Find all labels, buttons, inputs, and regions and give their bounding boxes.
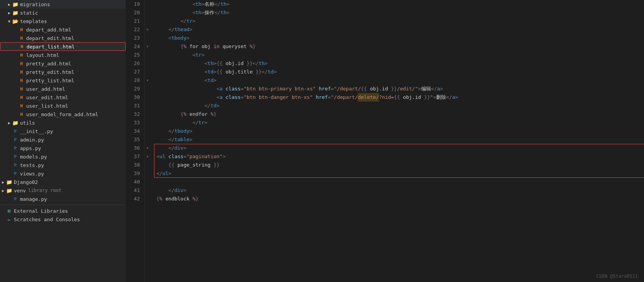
fold-marker-29[interactable] bbox=[145, 85, 150, 93]
sidebar-item-manage-py[interactable]: ▶ P manage.py bbox=[0, 195, 126, 203]
code-line-36[interactable]: </div> bbox=[156, 144, 644, 152]
fold-marker-41[interactable] bbox=[145, 186, 150, 195]
fold-marker-25[interactable] bbox=[145, 51, 150, 59]
fold-marker-35[interactable] bbox=[145, 135, 150, 144]
code-line-24[interactable]: {% for obj in queryset %} bbox=[156, 42, 644, 51]
code-line-38[interactable]: {{ page_string }} bbox=[156, 161, 644, 169]
py-file-icon: P bbox=[12, 137, 18, 143]
sidebar-item-admin-py[interactable]: ▶ P admin.py bbox=[0, 135, 126, 144]
sidebar-item-apps-py[interactable]: ▶ P apps.py bbox=[0, 144, 126, 152]
fold-marker-38[interactable] bbox=[145, 161, 150, 169]
fold-marker-27[interactable] bbox=[145, 68, 150, 76]
sidebar-item-views-py[interactable]: ▶ P views.py bbox=[0, 169, 126, 178]
sidebar-item-depart-add[interactable]: ▶ H depart_add.html bbox=[0, 25, 126, 34]
fold-marker-37[interactable]: ▼ bbox=[145, 152, 150, 161]
fold-marker-21[interactable] bbox=[145, 17, 150, 25]
sidebar-item-depart-edit[interactable]: ▶ H depart_edit.html bbox=[0, 34, 126, 42]
code-text: </ bbox=[168, 25, 174, 34]
code-text: > bbox=[168, 169, 171, 178]
code-text: </ bbox=[204, 102, 211, 110]
fold-marker-26[interactable] bbox=[145, 59, 150, 68]
sidebar-item-templates[interactable]: ▼ 📂 templates bbox=[0, 17, 126, 25]
sidebar-item-user-model-form-add[interactable]: ▶ H user_model_form_add.html bbox=[0, 110, 126, 118]
fold-marker-33[interactable] bbox=[145, 118, 150, 127]
sidebar-item-depart-list[interactable]: ▶ H depart_list.html bbox=[0, 42, 126, 51]
code-line-31[interactable]: </td> bbox=[156, 102, 644, 110]
code-text: 删除 bbox=[436, 93, 446, 102]
code-text: > bbox=[222, 152, 226, 161]
arrow-icon: ▶ bbox=[6, 120, 12, 126]
sidebar-item-user-list[interactable]: ▶ H user_list.html bbox=[0, 102, 126, 110]
fold-marker-30[interactable] bbox=[145, 93, 150, 102]
code-line-42[interactable]: {% endblock %} bbox=[156, 195, 644, 203]
arrow-icon: ▶ bbox=[6, 1, 12, 7]
code-text: > bbox=[189, 135, 193, 144]
code-line-28[interactable]: <td> bbox=[156, 76, 644, 85]
code-line-39[interactable]: </ul> bbox=[156, 169, 644, 178]
sidebar-item-pretty-list[interactable]: ▶ H pretty_list.html bbox=[0, 76, 126, 85]
sidebar-item-external-libraries[interactable]: ▶ ⊞ External Libraries bbox=[0, 207, 126, 215]
fold-marker-34[interactable] bbox=[145, 127, 150, 135]
code-text: </ bbox=[181, 17, 187, 25]
code-line-40[interactable] bbox=[156, 178, 644, 186]
code-line-33[interactable]: </tr> bbox=[156, 118, 644, 127]
sidebar-item-models-py[interactable]: ▶ P models.py bbox=[0, 152, 126, 161]
sidebar-item-user-edit[interactable]: ▶ H user_edit.html bbox=[0, 93, 126, 102]
code-line-35[interactable]: </table> bbox=[156, 135, 644, 144]
code-line-26[interactable]: <th>{{ obj.id }}</th> bbox=[156, 59, 644, 68]
code-text: th bbox=[259, 59, 265, 68]
fold-marker-32[interactable] bbox=[145, 110, 150, 118]
code-text bbox=[156, 59, 204, 68]
sidebar-item-venv[interactable]: ▶ 📁 venv library root bbox=[0, 186, 126, 195]
sidebar-item-utils[interactable]: ▶ 📁 utils bbox=[0, 118, 126, 127]
code-line-37[interactable]: <ul class="pagination"> bbox=[156, 152, 644, 161]
sidebar-item-static[interactable]: ▶ 📁 static bbox=[0, 8, 126, 17]
code-line-23[interactable]: <tbody> bbox=[156, 34, 644, 42]
sidebar-item-label: models.py bbox=[20, 154, 47, 160]
fold-marker-39[interactable] bbox=[145, 169, 150, 178]
sidebar-item-django02[interactable]: ▶ 📁 Django02 bbox=[0, 178, 126, 186]
code-line-32[interactable]: {% endfor %} bbox=[156, 110, 644, 118]
fold-marker-28[interactable]: ▼ bbox=[145, 76, 150, 85]
fold-marker-36[interactable]: ▼ bbox=[145, 144, 150, 152]
code-text: }} bbox=[391, 85, 397, 93]
fold-marker-22[interactable]: ▼ bbox=[145, 25, 150, 34]
sidebar-item-pretty-add[interactable]: ▶ H pretty_add.html bbox=[0, 59, 126, 68]
fold-marker-31[interactable] bbox=[145, 102, 150, 110]
code-line-25[interactable]: <tr> bbox=[156, 51, 644, 59]
sidebar-item-scratches[interactable]: ▶ ✏ Scratches and Consoles bbox=[0, 215, 126, 224]
code-text: th bbox=[221, 8, 227, 17]
code-line-27[interactable]: <td>{{ obj.title }}</td> bbox=[156, 68, 644, 76]
fold-marker-24[interactable]: ▼ bbox=[145, 42, 150, 51]
line-num-25: 25 bbox=[126, 51, 140, 59]
fold-marker-42[interactable] bbox=[145, 195, 150, 203]
code-area[interactable]: <th>名称</th> <th>操作</th> </tr> </thead> <… bbox=[150, 0, 644, 282]
code-text: page_string bbox=[174, 161, 214, 169]
sidebar-item-pretty-edit[interactable]: ▶ H pretty_edit.html bbox=[0, 68, 126, 76]
code-line-34[interactable]: </tbody> bbox=[156, 127, 644, 135]
code-line-29[interactable]: <a class="btn btn-primary btn-xs" href="… bbox=[156, 85, 644, 93]
code-text: % bbox=[159, 195, 163, 203]
sidebar-item-layout[interactable]: ▶ H layout.html bbox=[0, 51, 126, 59]
html-file-icon: H bbox=[18, 94, 25, 100]
code-line-21[interactable]: </tr> bbox=[156, 17, 644, 25]
fold-marker-19[interactable] bbox=[145, 0, 150, 8]
code-text: for obj bbox=[186, 42, 213, 51]
code-line-41[interactable]: </div> bbox=[156, 186, 644, 195]
fold-marker-20[interactable] bbox=[145, 8, 150, 17]
sidebar-item-tests-py[interactable]: ▶ P tests.py bbox=[0, 161, 126, 169]
sidebar-item-user-add[interactable]: ▶ H user_add.html bbox=[0, 85, 126, 93]
code-text: > bbox=[227, 0, 230, 8]
code-line-22[interactable]: </thead> bbox=[156, 25, 644, 34]
sidebar-item-init-py[interactable]: ▶ P __init__.py bbox=[0, 127, 126, 135]
fold-marker-40[interactable] bbox=[145, 178, 150, 186]
code-line-30[interactable]: <a class="btn btn-danger btn-xs" href="/… bbox=[156, 93, 644, 102]
code-line-19[interactable]: <th>名称</th> bbox=[156, 0, 644, 8]
sidebar-item-migrations[interactable]: ▶ 📁 migrations bbox=[0, 0, 126, 8]
fold-marker-23[interactable] bbox=[145, 34, 150, 42]
sidebar-item-label: tests.py bbox=[20, 162, 44, 168]
divider bbox=[0, 205, 126, 205]
code-text: < bbox=[217, 85, 220, 93]
folder-icon: 📁 bbox=[12, 1, 18, 7]
code-line-20[interactable]: <th>操作</th> bbox=[156, 8, 644, 17]
